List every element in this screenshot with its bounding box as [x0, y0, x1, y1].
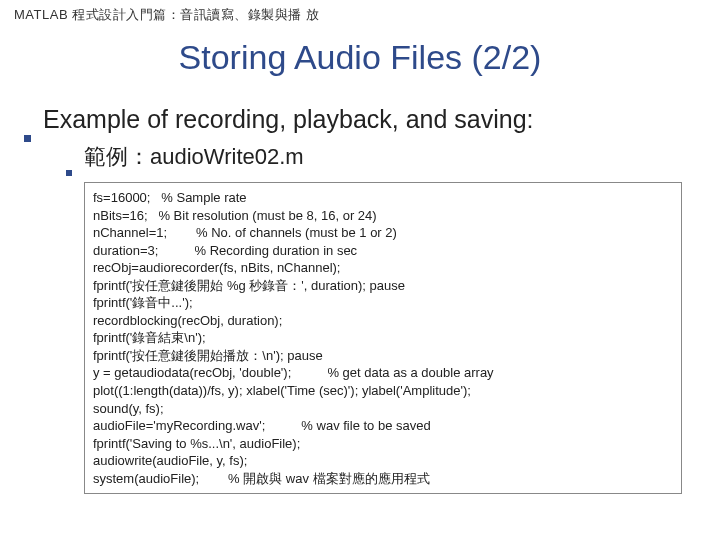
bullet-level1: Example of recording, playback, and savi…	[24, 105, 702, 134]
slide-title: Storing Audio Files (2/2)	[0, 38, 720, 77]
code-line: sound(y, fs);	[93, 400, 673, 418]
code-line: nChannel=1; % No. of channels (must be 1…	[93, 224, 673, 242]
code-line: fprintf('錄音中...');	[93, 294, 673, 312]
slide-body: Example of recording, playback, and savi…	[0, 105, 720, 494]
code-line: nBits=16; % Bit resolution (must be 8, 1…	[93, 207, 673, 225]
bullet-level2: 範例：audioWrite02.m	[66, 142, 702, 172]
code-line: plot((1:length(data))/fs, y); xlabel('Ti…	[93, 382, 673, 400]
code-line: recordblocking(recObj, duration);	[93, 312, 673, 330]
code-block: fs=16000; % Sample rate nBits=16; % Bit …	[84, 182, 682, 494]
code-line: audioFile='myRecording.wav'; % wav file …	[93, 417, 673, 435]
code-line: fprintf('按任意鍵後開始 %g 秒錄音：', duration); pa…	[93, 277, 673, 295]
code-line: fprintf('按任意鍵後開始播放：\n'); pause	[93, 347, 673, 365]
bullet-text: 範例：audioWrite02.m	[84, 142, 304, 172]
code-line: system(audioFile); % 開啟與 wav 檔案對應的應用程式	[93, 470, 673, 488]
bullet-text: Example of recording, playback, and savi…	[43, 105, 534, 134]
code-line: fprintf('Saving to %s...\n', audioFile);	[93, 435, 673, 453]
code-line: y = getaudiodata(recObj, 'double'); % ge…	[93, 364, 673, 382]
slide-header: MATLAB 程式設計入門篇：音訊讀寫、錄製與播 放	[14, 6, 319, 24]
bullet-square-icon	[24, 135, 31, 142]
code-line: recObj=audiorecorder(fs, nBits, nChannel…	[93, 259, 673, 277]
code-line: audiowrite(audioFile, y, fs);	[93, 452, 673, 470]
code-line: fprintf('錄音結束\n');	[93, 329, 673, 347]
code-line: duration=3; % Recording duration in sec	[93, 242, 673, 260]
code-line: fs=16000; % Sample rate	[93, 189, 673, 207]
bullet-square-icon	[66, 170, 72, 176]
